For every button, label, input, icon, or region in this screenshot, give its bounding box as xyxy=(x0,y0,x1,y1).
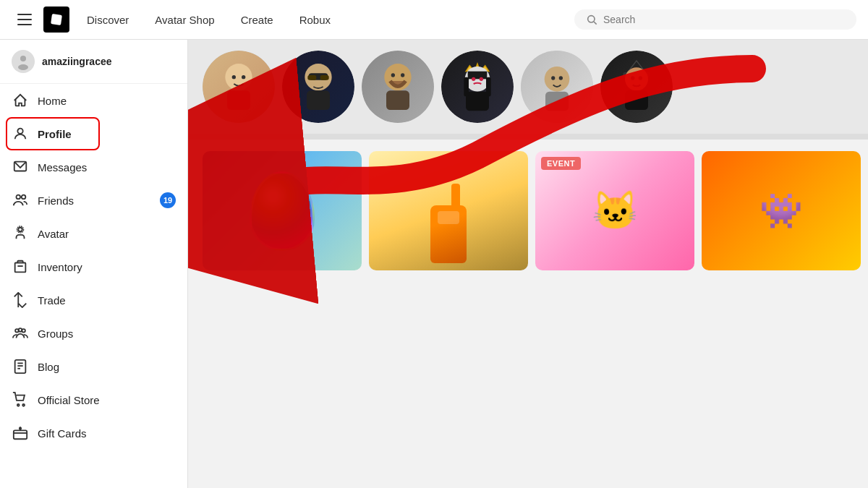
separator xyxy=(188,134,868,140)
main-content: 🐱 EVENT 👾 xyxy=(188,40,868,488)
sidebar-item-messages[interactable]: Messages xyxy=(0,150,187,184)
sidebar-item-blog[interactable]: Blog xyxy=(0,350,187,383)
sidebar-item-home[interactable]: Home xyxy=(0,84,187,117)
avatar-icon xyxy=(12,225,29,242)
sidebar: amaziingracee Home Profile xyxy=(0,40,188,488)
svg-point-52 xyxy=(625,67,648,90)
svg-point-5 xyxy=(17,129,22,134)
avatar-item[interactable] xyxy=(521,51,593,123)
official-store-label: Official Store xyxy=(38,394,100,406)
avatar-item[interactable] xyxy=(600,51,673,123)
svg-point-53 xyxy=(631,76,634,80)
svg-rect-11 xyxy=(15,263,26,273)
profile-icon xyxy=(12,125,29,142)
svg-point-45 xyxy=(545,67,570,92)
svg-point-54 xyxy=(639,76,642,80)
roblox-logo[interactable] xyxy=(43,7,69,33)
avatar-character xyxy=(369,58,427,116)
hello-kitty-emoji: 🐱 xyxy=(592,189,639,233)
friends-icon xyxy=(12,192,29,209)
svg-point-24 xyxy=(225,64,252,90)
svg-rect-55 xyxy=(625,90,648,110)
svg-rect-44 xyxy=(486,77,491,97)
roblox-logo-icon xyxy=(48,11,65,28)
game-thumbnails-row: 🐱 EVENT 👾 xyxy=(188,140,868,284)
avatar-item[interactable] xyxy=(362,51,434,123)
svg-rect-32 xyxy=(307,90,330,110)
spray-label xyxy=(438,211,459,224)
user-section[interactable]: amaziingracee xyxy=(0,40,187,84)
profile-label: Profile xyxy=(38,128,72,140)
home-label: Home xyxy=(38,95,67,107)
avatar-character xyxy=(289,58,347,116)
blog-icon xyxy=(12,358,29,375)
svg-rect-25 xyxy=(227,90,250,110)
svg-point-22 xyxy=(22,404,25,406)
svg-rect-31 xyxy=(320,75,329,80)
avatar-item[interactable] xyxy=(441,51,514,123)
trade-icon xyxy=(12,291,29,309)
sidebar-item-trade[interactable]: Trade xyxy=(0,283,187,317)
avatar-item[interactable] xyxy=(203,51,275,123)
sidebar-item-friends[interactable]: Friends 19 xyxy=(0,184,187,217)
game-thumbnail-4[interactable]: 👾 xyxy=(702,151,861,270)
svg-point-27 xyxy=(242,75,245,79)
search-icon xyxy=(586,14,597,25)
avatar-label: Avatar xyxy=(38,228,69,240)
avatar-character xyxy=(528,58,586,116)
nav-link-discover[interactable]: Discover xyxy=(75,8,140,32)
friends-label: Friends xyxy=(38,194,74,207)
hamburger-line xyxy=(17,24,32,25)
spray-nozzle xyxy=(451,184,460,205)
sidebar-item-gift-cards[interactable]: Gift Cards xyxy=(0,416,187,450)
trade-label: Trade xyxy=(38,294,66,307)
home-icon xyxy=(12,92,29,109)
svg-point-4 xyxy=(18,64,28,70)
hamburger-line xyxy=(17,19,32,20)
svg-point-34 xyxy=(391,73,395,77)
search-input[interactable] xyxy=(603,14,845,25)
avatar-item[interactable] xyxy=(282,51,354,123)
svg-rect-43 xyxy=(464,77,469,97)
groups-icon xyxy=(12,325,29,342)
sidebar-item-profile[interactable]: Profile xyxy=(0,117,187,150)
svg-point-9 xyxy=(18,228,22,232)
avatar-character xyxy=(210,58,268,116)
svg-point-41 xyxy=(480,77,483,81)
gift-cards-icon xyxy=(12,424,29,442)
svg-rect-36 xyxy=(386,90,409,110)
hamburger-button[interactable] xyxy=(12,7,38,33)
messages-label: Messages xyxy=(38,161,87,174)
nav-link-create[interactable]: Create xyxy=(229,8,285,32)
nav-links: Discover Avatar Shop Create Robux xyxy=(75,8,569,32)
game-thumbnail-2[interactable] xyxy=(369,151,528,270)
svg-rect-48 xyxy=(545,92,569,111)
event-badge: EVENT xyxy=(541,157,581,170)
sidebar-item-official-store[interactable]: Official Store xyxy=(0,383,187,416)
avatar-character xyxy=(448,58,506,116)
nav-link-avatar-shop[interactable]: Avatar Shop xyxy=(143,8,226,32)
svg-rect-39 xyxy=(468,72,488,80)
spray-body xyxy=(430,205,467,263)
game-thumbnail-1[interactable] xyxy=(203,151,362,270)
avatar-row xyxy=(188,40,868,134)
game-thumbnail-3[interactable]: 🐱 EVENT xyxy=(535,151,694,270)
svg-point-16 xyxy=(19,328,22,332)
avatar-character xyxy=(608,58,665,116)
svg-point-7 xyxy=(17,195,21,200)
user-avatar xyxy=(12,50,35,73)
body-area: amaziingracee Home Profile xyxy=(0,40,868,488)
svg-rect-42 xyxy=(466,92,489,111)
monster-emoji: 👾 xyxy=(760,191,803,231)
svg-point-3 xyxy=(20,56,26,61)
username-label: amaziingracee xyxy=(42,56,112,67)
hamburger-line xyxy=(17,14,32,15)
sidebar-item-groups[interactable]: Groups xyxy=(0,317,187,350)
svg-rect-0 xyxy=(51,14,62,25)
sidebar-item-avatar[interactable]: Avatar xyxy=(0,217,187,250)
svg-point-8 xyxy=(22,195,26,200)
sidebar-item-inventory[interactable]: Inventory xyxy=(0,250,187,283)
nav-link-robux[interactable]: Robux xyxy=(288,8,342,32)
svg-rect-23 xyxy=(14,430,27,439)
search-bar xyxy=(574,9,856,30)
